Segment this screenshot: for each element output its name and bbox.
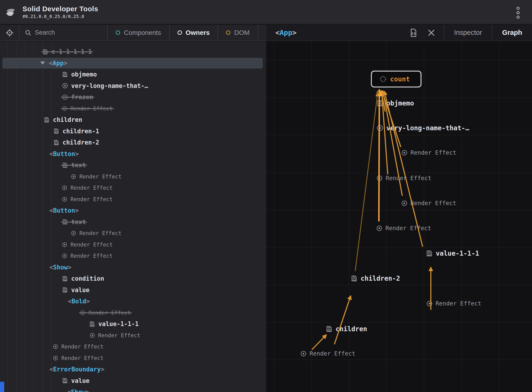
locator-button[interactable] [0,25,19,41]
breadcrumb-component-name: App [280,28,292,37]
tree-row-rendereffect[interactable]: Render Effect [0,182,266,194]
owner-label: text [71,219,86,225]
tree-row-rendereffect[interactable]: Render Effect [0,250,266,262]
tree-row-rendereffect[interactable]: Render Effect [0,171,266,182]
tree-row-objmemo[interactable]: objmemo [0,69,266,80]
graph-node-children[interactable]: children [325,325,367,333]
tree-row-show[interactable]: <Show> [0,386,266,392]
memo-icon [62,275,68,282]
bracket-open: < [49,264,53,271]
view-toggle-dom[interactable]: DOM [218,25,258,41]
owner-label: value [71,377,90,384]
owners-tree-panel: c-1-1-1-1-1<App> objmemo very-long-name-… [0,41,266,392]
graph-node-label: Render Effect [309,350,356,357]
tree-row-text[interactable]: text [0,159,266,171]
tree-row-value[interactable]: value [0,375,266,387]
effect-icon [80,310,86,316]
owner-label: Render Effect [71,106,113,112]
graph-node-rendereffect[interactable]: Render Effect [376,225,431,232]
graph-node-label: count [390,75,410,83]
memo-icon [89,321,95,327]
tree-row-rendereffect[interactable]: Render Effect [0,103,266,114]
graph-node-value-1-1-1[interactable]: value-1-1-1 [426,250,479,257]
owner-label: children [53,116,82,123]
tree-row-value-1-1-1[interactable]: value-1-1-1 [0,318,266,330]
tree-row-show[interactable]: <Show> [0,262,266,273]
edge-children-2-to-count [355,91,378,271]
search-box[interactable] [19,25,108,41]
tree-row-children-2[interactable]: children-2 [0,137,266,148]
graph-node-label: Render Effect [385,225,431,232]
tree-row-rendereffect[interactable]: Render Effect [0,194,266,205]
expander-triangle-icon[interactable] [40,61,45,65]
graph-node-rendereffect[interactable]: Render Effect [300,350,356,357]
graph-node-rendereffect[interactable]: Render Effect [401,149,456,156]
search-icon [25,29,32,36]
dependency-graph-panel: count objmemo very-long-name-that-… Rend… [266,41,532,392]
owner-label: children-2 [62,139,99,146]
bracket-close: > [86,298,90,305]
graph-node-rendereffect[interactable]: Render Effect [426,300,481,307]
tree-row-c-1-1-1-1-1[interactable]: c-1-1-1-1-1 [0,46,266,57]
tree-row-rendereffect[interactable]: Render Effect [0,239,266,251]
tree-row-rendereffect[interactable]: Render Effect [0,228,266,239]
view-toggle-label: Components [124,29,161,37]
component-name: Show [71,388,86,392]
effect-icon [62,185,67,191]
owner-label: Render Effect [71,253,113,259]
tree-row-value[interactable]: value [0,285,266,296]
tree-row-bold[interactable]: <Bold> [0,296,266,307]
tree-row-rendereffect[interactable]: Render Effect [0,307,266,318]
graph-node-rendereffect[interactable]: Render Effect [401,200,456,206]
owner-label: Render Effect [89,310,131,316]
effect-icon [62,106,67,111]
graph-node-very-long-name-that-[interactable]: very-long-name-that-… [376,124,469,132]
tree-row-very-long-name-that-[interactable]: very-long-name-that-… [0,80,266,92]
search-input[interactable] [35,29,100,36]
graph-node-count-selected[interactable]: count [371,71,422,88]
view-toggle-owners[interactable]: Owners [170,25,218,41]
tree-row-rendereffect[interactable]: Render Effect [0,341,266,352]
view-toggle-components[interactable]: Components [108,25,170,41]
app-title: Solid Developer Tools [23,5,98,13]
component-label: <Show> [67,388,89,392]
bracket-close: > [75,207,79,214]
tree-row-rendereffect[interactable]: Render Effect [0,330,266,341]
close-inspection-button[interactable] [426,27,437,38]
graph-node-objmemo[interactable]: objmemo [376,99,414,107]
tree-row-errorboundary[interactable]: <ErrorBoundary> [0,364,266,375]
effect-icon [62,83,68,89]
tab-graph[interactable]: Graph [492,25,532,41]
open-source-file-button[interactable] [408,27,419,38]
tab-inspector[interactable]: Inspector [444,25,492,41]
tree-row-button[interactable]: <Button> [0,148,266,160]
graph-node-children-2[interactable]: children-2 [351,275,400,282]
bracket-close: > [101,366,104,373]
owner-label: condition [71,275,104,282]
tree-row-rendereffect[interactable]: Render Effect [0,352,266,364]
memo-icon [62,162,68,168]
tree-row-children[interactable]: children [0,114,266,126]
effect-icon [426,300,433,307]
memo-icon [325,325,333,333]
component-name: Show [53,264,68,271]
scrollbar-thumb[interactable] [0,382,4,392]
tree-row-button[interactable]: <Button> [0,205,266,216]
tree-row-text[interactable]: text [0,216,266,228]
graph-node-rendereffect[interactable]: Render Effect [376,175,432,182]
tree-row-app[interactable]: <App> [0,57,266,69]
effect-icon [90,333,95,338]
code-document-icon [409,28,418,37]
graph-node-label: Render Effect [410,200,456,206]
component-label: <Bold> [68,298,90,305]
memo-icon [351,275,358,282]
overflow-menu-button[interactable] [515,6,521,19]
breadcrumb[interactable]: <App> [275,28,296,37]
graph-node-label: objmemo [386,99,414,107]
effect-icon [62,196,67,202]
component-label: <App> [49,60,67,67]
tree-row-children-1[interactable]: children-1 [0,126,266,137]
effect-icon [62,242,67,247]
tree-row-frozen[interactable]: frozen [0,91,266,103]
tree-row-condition[interactable]: condition [0,273,266,285]
